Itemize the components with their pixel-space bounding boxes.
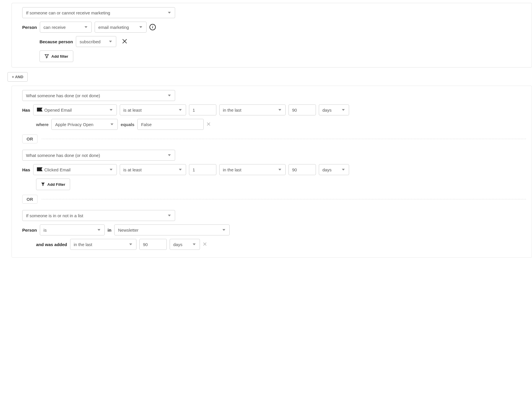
svg-marker-16 xyxy=(179,169,182,170)
or-chip[interactable]: OR xyxy=(22,134,38,143)
list-select[interactable]: Newsletter xyxy=(114,224,230,235)
condition-type-label: If someone can or cannot receive marketi… xyxy=(26,10,110,15)
add-filter-button[interactable]: Add filter xyxy=(40,50,73,62)
chevron-down-icon xyxy=(192,242,197,247)
svg-marker-9 xyxy=(278,109,281,111)
chevron-down-icon xyxy=(178,107,183,113)
svg-marker-11 xyxy=(110,123,113,125)
event-select[interactable]: Clicked Email xyxy=(33,164,117,175)
filter-icon xyxy=(44,54,49,59)
add-filter-button[interactable]: Add Filter xyxy=(36,179,70,190)
condition-group-1: If someone can or cannot receive marketi… xyxy=(12,3,532,68)
remove-icon[interactable] xyxy=(207,122,211,127)
svg-marker-14 xyxy=(168,154,171,156)
unit-select[interactable]: days xyxy=(319,164,349,175)
where-label: where xyxy=(36,122,48,127)
can-receive-select[interactable]: can receive xyxy=(40,22,92,33)
has-label: Has xyxy=(22,167,30,172)
divider xyxy=(42,199,526,199)
operator-select[interactable]: is at least xyxy=(120,164,186,175)
svg-marker-2 xyxy=(139,26,142,28)
chevron-down-icon xyxy=(108,39,113,44)
svg-marker-17 xyxy=(278,169,281,170)
added-label: and was added xyxy=(36,242,67,247)
chevron-down-icon xyxy=(167,153,172,158)
svg-marker-1 xyxy=(85,26,87,28)
is-select[interactable]: is xyxy=(40,224,105,235)
channel-select[interactable]: email marketing xyxy=(95,22,147,33)
chevron-down-icon xyxy=(108,107,114,113)
or-connector: OR xyxy=(22,134,526,143)
range-value-input[interactable] xyxy=(289,164,316,175)
svg-marker-6 xyxy=(168,95,171,96)
svg-marker-20 xyxy=(98,229,100,231)
property-value-input[interactable] xyxy=(137,119,204,130)
property-select[interactable]: Apple Privacy Open xyxy=(51,119,118,130)
person-label: Person xyxy=(22,25,37,30)
and-connector: + AND xyxy=(8,72,532,82)
or-chip[interactable]: OR xyxy=(22,195,38,204)
remove-icon[interactable] xyxy=(122,39,127,45)
chevron-down-icon xyxy=(108,167,114,172)
unit-select[interactable]: days xyxy=(170,239,200,250)
filter-icon xyxy=(41,182,45,186)
condition-type-select[interactable]: If someone can or cannot receive marketi… xyxy=(22,7,175,18)
person-label: Person xyxy=(22,228,37,233)
because-label: Because person xyxy=(40,39,73,44)
chevron-down-icon xyxy=(138,25,143,30)
svg-marker-21 xyxy=(222,229,225,231)
info-icon[interactable]: i xyxy=(149,24,156,30)
condition-type-select[interactable]: What someone has done (or not done) xyxy=(22,90,175,101)
svg-marker-18 xyxy=(342,169,345,170)
range-select[interactable]: in the last xyxy=(219,104,286,115)
count-input[interactable] xyxy=(189,104,216,115)
add-and-button[interactable]: + AND xyxy=(8,72,28,82)
chevron-down-icon xyxy=(167,10,172,15)
range-select[interactable]: in the last xyxy=(219,164,286,175)
range-value-input[interactable] xyxy=(289,104,316,115)
svg-marker-19 xyxy=(168,215,171,216)
condition-type-select[interactable]: If someone is in or not in a list xyxy=(22,210,175,221)
chevron-down-icon xyxy=(167,93,172,98)
svg-marker-10 xyxy=(342,109,345,111)
svg-marker-7 xyxy=(110,109,113,111)
svg-marker-15 xyxy=(110,169,113,170)
svg-marker-22 xyxy=(129,243,132,245)
chevron-down-icon xyxy=(221,227,226,233)
svg-marker-0 xyxy=(168,12,171,14)
chevron-down-icon xyxy=(83,25,89,30)
chevron-down-icon xyxy=(167,213,172,218)
event-select[interactable]: Opened Email xyxy=(33,104,117,115)
divider xyxy=(42,139,526,139)
because-select[interactable]: subscribed xyxy=(76,36,116,47)
chevron-down-icon xyxy=(341,107,346,113)
condition-group-2: What someone has done (or not done) Has … xyxy=(12,86,532,258)
chevron-down-icon xyxy=(96,227,102,233)
svg-marker-3 xyxy=(109,41,112,42)
count-input[interactable] xyxy=(189,164,216,175)
flag-icon xyxy=(37,167,43,171)
chevron-down-icon xyxy=(109,122,115,127)
chevron-down-icon xyxy=(341,167,346,172)
svg-marker-23 xyxy=(193,243,196,245)
or-connector: OR xyxy=(22,195,526,204)
condition-type-select[interactable]: What someone has done (or not done) xyxy=(22,150,175,161)
chevron-down-icon xyxy=(128,242,133,247)
operator-select[interactable]: is at least xyxy=(120,104,186,115)
has-label: Has xyxy=(22,108,30,113)
svg-marker-8 xyxy=(179,109,182,111)
flag-icon xyxy=(37,108,43,112)
in-label: in xyxy=(108,228,111,233)
chevron-down-icon xyxy=(178,167,183,172)
range-select[interactable]: in the last xyxy=(70,239,136,250)
remove-icon[interactable] xyxy=(203,242,207,247)
equals-label: equals xyxy=(121,122,134,127)
range-value-input[interactable] xyxy=(139,239,167,250)
unit-select[interactable]: days xyxy=(319,104,349,115)
chevron-down-icon xyxy=(277,167,282,172)
chevron-down-icon xyxy=(277,107,282,113)
